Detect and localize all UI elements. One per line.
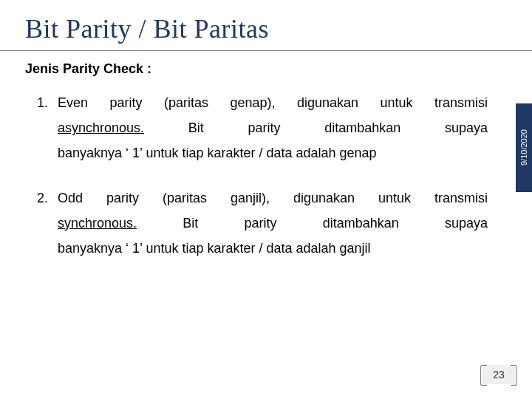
item1-line1: Even parity (paritas genap), digunakan u… bbox=[58, 90, 488, 115]
item1-line3: banyaknya ‘ 1’ untuk tiap karakter / dat… bbox=[58, 140, 488, 166]
slide-title: Bit Parity / Bit Paritas bbox=[0, 0, 532, 50]
item2-line2-rest: Bit parity ditambahkan supaya bbox=[183, 216, 488, 231]
item2-line2: synchronous. Bit parity ditambahkan supa… bbox=[58, 211, 488, 236]
item2-line3: banyaknya ‘ 1’ untuk tiap karakter / dat… bbox=[58, 236, 488, 261]
item1-line2: asynchronous. Bit parity ditambahkan sup… bbox=[58, 115, 488, 140]
list-item: Even parity (paritas genap), digunakan u… bbox=[37, 90, 488, 166]
page-number-badge: 23 bbox=[482, 365, 516, 384]
date-tab: 9/10/2020 bbox=[516, 103, 532, 192]
item2-line1: Odd parity (paritas ganjil), digunakan u… bbox=[58, 185, 488, 211]
content-area: Even parity (paritas genap), digunakan u… bbox=[0, 77, 532, 261]
slide-subheading: Jenis Parity Check : bbox=[0, 51, 532, 77]
item1-line2-rest: Bit parity ditambahkan supaya bbox=[188, 120, 488, 135]
item1-underline: asynchronous. bbox=[58, 120, 144, 135]
item2-underline: synchronous. bbox=[58, 216, 137, 231]
parity-list: Even parity (paritas genap), digunakan u… bbox=[37, 90, 488, 261]
list-item: Odd parity (paritas ganjil), digunakan u… bbox=[37, 185, 488, 262]
